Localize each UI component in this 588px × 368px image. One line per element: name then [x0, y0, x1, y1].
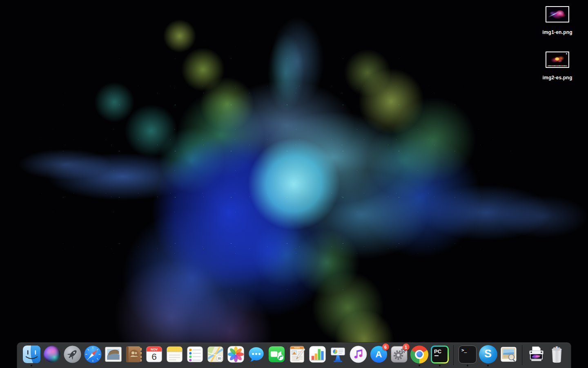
map-icon: 3D: [206, 345, 225, 364]
running-indicator: [467, 365, 468, 366]
calendar-month: NOV: [151, 348, 158, 351]
running-indicator: [487, 365, 489, 366]
checklist-icon: [185, 345, 205, 364]
document-pen-icon: PAGES: [287, 345, 307, 364]
dock-separator: [453, 345, 454, 365]
stamp-icon: [104, 345, 123, 364]
desktop-icon-area: img1-en.png img2-es.png: [535, 6, 580, 81]
dock-item-numbers[interactable]: [308, 345, 327, 366]
dock-item-maps[interactable]: 3D: [206, 345, 225, 366]
dock-item-skype[interactable]: S: [479, 345, 498, 366]
notepad-icon: [165, 345, 184, 364]
notification-badge: 6: [382, 343, 389, 350]
dock-item-terminal[interactable]: >_: [458, 345, 477, 366]
compass-icon: [83, 345, 102, 364]
music-note-icon: [349, 345, 368, 364]
desktop: img1-en.png img2-es.png: [0, 0, 588, 368]
dock-item-safari[interactable]: [83, 345, 102, 366]
rocket-icon: [63, 345, 82, 364]
dock-separator: [522, 345, 523, 365]
dock-item-mail[interactable]: [104, 345, 123, 366]
calendar-day: 6: [151, 352, 157, 362]
dock-item-itunes[interactable]: [349, 345, 368, 366]
file-label: img1-en.png: [542, 29, 572, 35]
image-thumbnail[interactable]: [546, 6, 569, 22]
dock-item-pycharm[interactable]: PC: [430, 345, 450, 366]
dock-item-chrome[interactable]: [410, 345, 429, 366]
terminal-icon: >_: [458, 345, 477, 364]
dock-item-contacts[interactable]: [124, 345, 143, 366]
finder-icon: [22, 345, 41, 364]
podium-icon: [328, 345, 347, 364]
dock-item-notes[interactable]: [165, 345, 184, 366]
dock-item-app-store[interactable]: 6 A: [369, 345, 388, 366]
dock-item-calendar[interactable]: NOV 6: [145, 345, 164, 366]
notification-badge: 1: [403, 343, 410, 350]
file-label: img2-es.png: [543, 75, 572, 81]
calendar-icon: NOV 6: [145, 345, 164, 364]
printer-document-icon: [527, 345, 546, 364]
dock-item-finder[interactable]: [22, 345, 41, 366]
image-thumbnail[interactable]: [546, 52, 569, 68]
dock-item-keynote[interactable]: [328, 345, 347, 366]
dock-item-pages[interactable]: PAGES: [287, 345, 307, 366]
maps-3d-button: 3D: [218, 357, 221, 360]
dock-item-photos[interactable]: [226, 345, 245, 366]
dock-item-launchpad[interactable]: [63, 345, 82, 366]
chrome-icon: [410, 345, 429, 364]
photo-loupe-icon: [499, 345, 518, 364]
desktop-file-img1[interactable]: img1-en.png: [535, 6, 580, 35]
app-store-letter: A: [375, 349, 382, 359]
pycharm-underscore: [434, 355, 439, 357]
siri-icon: [42, 345, 62, 364]
pages-banner: PAGES: [294, 347, 300, 349]
trash-full-icon: [547, 345, 566, 364]
dock-item-system-preferences[interactable]: 1: [390, 345, 409, 366]
dock-item-print-job[interactable]: [527, 345, 546, 366]
skype-icon: S: [479, 345, 498, 364]
skype-letter: S: [484, 348, 492, 359]
running-indicator: [439, 365, 441, 366]
pycharm-icon: PC: [430, 345, 450, 364]
desktop-file-img2[interactable]: img2-es.png: [535, 52, 580, 81]
wallpaper-powder-specks: [0, 0, 588, 368]
speech-bubble-icon: [247, 345, 266, 364]
pycharm-label: PC: [434, 348, 441, 355]
terminal-prompt: >_: [461, 348, 467, 353]
dock-item-reminders[interactable]: [185, 345, 205, 366]
flower-icon: [226, 345, 245, 364]
running-indicator: [31, 365, 32, 366]
dock-item-siri[interactable]: [42, 345, 62, 366]
video-camera-icon: [267, 345, 286, 364]
dock-item-facetime[interactable]: [267, 345, 286, 366]
dock-item-trash[interactable]: [547, 345, 566, 366]
running-indicator: [419, 365, 420, 366]
dock-item-preview[interactable]: [499, 345, 518, 366]
bar-chart-icon: [308, 345, 327, 364]
dock-item-messages[interactable]: [247, 345, 266, 366]
address-book-icon: [124, 345, 143, 364]
dock: NOV 6: [17, 342, 571, 368]
